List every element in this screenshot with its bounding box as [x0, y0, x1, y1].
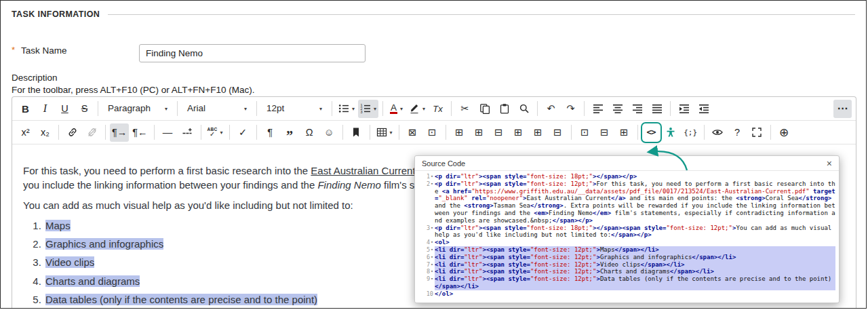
- align-left-icon: [593, 103, 604, 114]
- insert-row-above-button[interactable]: ⊞: [450, 123, 469, 142]
- delete-table-button[interactable]: ⊠: [403, 123, 422, 142]
- source-code-button[interactable]: <>: [642, 123, 660, 142]
- outdent-button[interactable]: [694, 100, 713, 118]
- bold-button[interactable]: B: [16, 100, 35, 118]
- paragraph-marks-button[interactable]: ¶: [261, 123, 279, 142]
- spellcheck-button[interactable]: ABC✓▾: [205, 123, 225, 142]
- font-family-select[interactable]: Arial▾: [182, 100, 252, 118]
- insert-button[interactable]: ⊕: [775, 123, 793, 142]
- insert-row-below-button[interactable]: ⊞: [470, 123, 488, 142]
- search-button[interactable]: [515, 100, 533, 118]
- toolbar-separator: [201, 125, 201, 140]
- indent-button[interactable]: [675, 100, 693, 118]
- toolbar-hint-text: For the toolbar, press ALT+F10 (PC) or A…: [12, 85, 255, 95]
- italic-button[interactable]: I: [36, 100, 54, 118]
- selected-text: Data tables (only if the contents are pr…: [45, 294, 317, 305]
- text-color-button[interactable]: A▾: [387, 100, 406, 118]
- align-center-button[interactable]: [608, 100, 627, 118]
- preview-button[interactable]: [709, 123, 727, 142]
- task-name-input[interactable]: [139, 44, 366, 62]
- horizontal-rule-button[interactable]: —: [159, 123, 177, 142]
- fold-caret-icon[interactable]: ▾: [431, 276, 433, 282]
- close-icon[interactable]: ×: [825, 159, 833, 168]
- page-break-button[interactable]: [178, 123, 197, 142]
- font-size-select-value: 12pt: [267, 104, 284, 113]
- east-australian-current-link[interactable]: East Australian Current: [311, 165, 415, 176]
- format-select[interactable]: Paragraph▾: [102, 100, 173, 118]
- fold-caret-icon[interactable]: ▾: [431, 181, 433, 187]
- source-code-editor[interactable]: 1▾<p dir="ltr"><span style="font-size: 1…: [415, 170, 839, 303]
- ltr-direction-button[interactable]: ¶→: [110, 123, 129, 142]
- code-line: 4▾<ol>: [416, 239, 835, 246]
- code-text: <p dir="ltr"><span style="font-size: 18p…: [435, 173, 835, 180]
- code-line: 9▾<li dir="ltr"><span style="font-size: …: [416, 275, 835, 290]
- toolbar-separator: [571, 125, 572, 140]
- more-options-icon: ⋯: [837, 103, 848, 114]
- fold-caret-icon[interactable]: ▾: [431, 254, 433, 260]
- task-name-label: Task Name: [21, 45, 67, 56]
- clear-formatting-button[interactable]: Tx: [429, 100, 447, 118]
- indent-icon: [679, 103, 690, 114]
- fullscreen-button[interactable]: [748, 123, 766, 142]
- fold-caret-icon[interactable]: ▾: [431, 239, 433, 245]
- merge-cells-button[interactable]: ⊟: [595, 123, 614, 142]
- insert-link-button[interactable]: [63, 123, 81, 142]
- more-options-button[interactable]: ⋯: [833, 100, 852, 118]
- rtl-direction-icon: ¶←: [132, 128, 147, 138]
- dialog-title: Source Code: [422, 159, 465, 168]
- justify-button[interactable]: [648, 100, 666, 118]
- insert-column-after-button[interactable]: ⊞: [529, 123, 547, 142]
- anchor-button[interactable]: [347, 123, 366, 142]
- clear-formatting-icon: Tx: [433, 104, 442, 113]
- remove-link-button[interactable]: [83, 123, 101, 142]
- emoticons-button[interactable]: ☺: [320, 123, 338, 142]
- delete-column-button[interactable]: ⊟: [549, 123, 567, 142]
- fold-caret-icon[interactable]: ▾: [431, 174, 433, 179]
- align-right-button[interactable]: [628, 100, 646, 118]
- insert-table-button[interactable]: ▾: [374, 123, 395, 142]
- code-text: <li dir="ltr"><span style="font-size: 12…: [435, 261, 835, 269]
- cell-properties-button[interactable]: ⊡: [576, 123, 594, 142]
- align-left-button[interactable]: [589, 100, 607, 118]
- help-button[interactable]: ?: [728, 123, 747, 142]
- paste-button[interactable]: [495, 100, 513, 118]
- copy-button[interactable]: [475, 100, 494, 118]
- fullscreen-icon: [751, 127, 762, 138]
- fold-caret-icon[interactable]: ▾: [431, 247, 433, 252]
- cut-icon: ✂: [460, 104, 469, 114]
- delete-row-button[interactable]: ⊟: [490, 123, 508, 142]
- split-cell-button[interactable]: ⊞: [615, 123, 633, 142]
- highlight-color-button[interactable]: ▾: [407, 100, 427, 118]
- fold-caret-icon[interactable]: ▾: [431, 262, 433, 267]
- redo-button[interactable]: ↷: [561, 100, 580, 118]
- rtl-direction-button[interactable]: ¶←: [130, 123, 149, 142]
- special-character-icon: Ω: [306, 128, 313, 138]
- accept-button[interactable]: ✓: [234, 123, 252, 142]
- font-size-select[interactable]: 12pt▾: [261, 100, 328, 118]
- code-sample-button[interactable]: {;}: [682, 123, 700, 142]
- bullet-list-button[interactable]: ▾: [336, 100, 357, 118]
- blockquote-button[interactable]: ”: [281, 123, 299, 142]
- toolbar-separator: [537, 101, 538, 116]
- code-line: 7▾<li dir="ltr"><span style="font-size: …: [416, 261, 835, 269]
- underline-button[interactable]: U: [56, 100, 74, 118]
- strikethrough-button[interactable]: S: [75, 100, 94, 118]
- table-properties-button[interactable]: ⊡: [423, 123, 441, 142]
- cut-button[interactable]: ✂: [456, 100, 474, 118]
- superscript-icon: x²: [21, 128, 29, 138]
- numbered-list-button[interactable]: ▾: [358, 100, 378, 118]
- fold-caret-icon[interactable]: ▾: [431, 225, 433, 231]
- special-character-button[interactable]: Ω: [300, 123, 319, 142]
- accessibility-checker-button[interactable]: [662, 123, 680, 142]
- undo-button[interactable]: ↶: [542, 100, 560, 118]
- superscript-button[interactable]: x²: [16, 123, 35, 142]
- subscript-icon: x₂: [41, 128, 50, 138]
- insert-column-before-button[interactable]: ⊞: [509, 123, 528, 142]
- delete-column-icon: ⊟: [553, 128, 561, 138]
- subscript-button[interactable]: x₂: [36, 123, 54, 142]
- ltr-direction-icon: ¶→: [112, 128, 127, 138]
- toolbar-separator: [399, 125, 399, 140]
- anchor-icon: [351, 127, 361, 138]
- fold-caret-icon[interactable]: ▾: [431, 269, 433, 274]
- dropdown-caret-icon: ▾: [422, 106, 425, 112]
